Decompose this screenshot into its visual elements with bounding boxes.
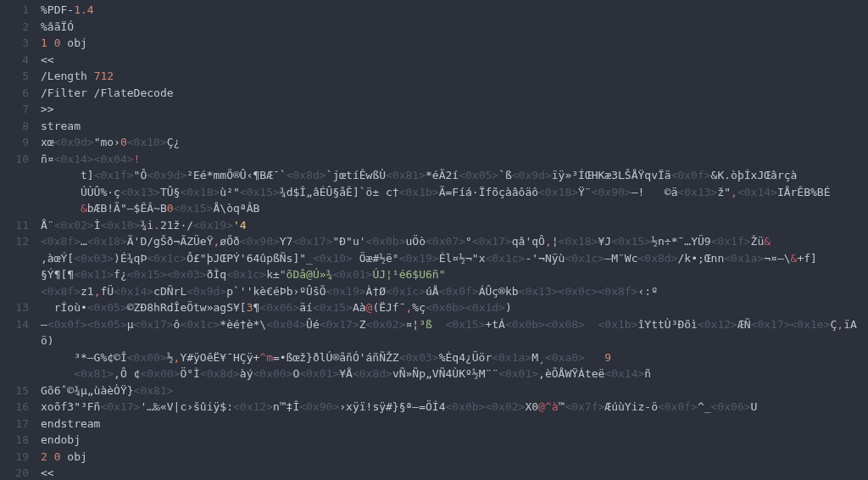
code-content[interactable]: %PDF-1.4 [41,2,868,19]
code-content[interactable]: <0x8f>…<0x18>Ã'D/gŠð¬ÃZÜeŸ,øÕð<0x90>Y7<0… [41,233,868,250]
code-content[interactable]: ³*—G%¢©Î<0x00>½,Y#ÿOêË¥¯HÇÿ+^m=•ßœž}ðlÚ®… [41,349,868,366]
token: <0x0f> [671,169,711,181]
token: ¾i [140,219,153,232]
code-line[interactable]: 16xoõf3"³Fñ<0x17>'…‰«V|c›šûiÿ$:<0x12>n™‡… [0,399,868,416]
code-content[interactable]: 2 0 obj [41,449,868,466]
code-line[interactable]: 14—<0x0f><0x05>µ<0x17>ô<0x1c>*èé†è*\<0x0… [0,316,868,349]
token: )É¾qÞ [114,252,147,265]
code-content[interactable]: endobj [41,432,868,449]
line-number: 1 [0,2,41,19]
code-content[interactable]: ÚÙÛ%·ç<0x13>TÛ§<0x18>ù²"<0x15>¾d$Î„âÉÛ§å… [41,184,868,201]
code-content[interactable]: xœ<0x9d>"mo›0<0x10>Ç¿ [41,134,868,151]
token: ¤¦ [406,318,420,331]
code-line[interactable]: 192 0 obj [0,449,868,466]
token: ÚÙÛ%·ç [41,186,120,198]
code-line-wrap[interactable]: §Ý¶[¶<0x11>f¿<0x15><0x03>ðÌq<0x1c>k±"õDå… [0,266,868,283]
code-content[interactable]: §Ý¶[¶<0x11>f¿<0x15><0x03>ðÌq<0x1c>k±"õDå… [41,266,868,283]
token: <0x0b><0x08> [505,318,585,331]
code-content[interactable]: Å¨<0x02>Ì<0x10>¾i.21ž·/<0x19>'4 [41,217,868,234]
code-line-wrap[interactable]: t]<0x1f>"Ô<0x9d>²Eé*mmÕ®Û‹¶BÆ¯`<0x8d>`jœ… [0,167,868,184]
token: <0x14> [604,367,644,380]
token: <0x8d> [353,367,392,380]
token: <0x81> [74,367,114,380]
code-content[interactable]: ,àœÝ[<0x03>)É¾qÞ<0x1c>Ô£"þJŒPÝ'64ûpßÑs]"… [41,250,868,267]
token: , [731,186,737,198]
token: <0x17> [134,318,174,331]
token: endobj [41,433,81,446]
line-number: 3 [0,35,41,52]
code-line[interactable]: 8stream [0,118,868,135]
token: , [545,235,552,248]
code-line[interactable]: 13 rÍoù•<0x05>©ZÐ8hRdÎeÖtw»agS¥[3¶<0x06>… [0,299,868,316]
token: vÑ»Ñp„VÑ4ÙKº½M¨¨ [392,367,498,380]
code-line[interactable]: 5/Length 712 [0,68,868,85]
code-line[interactable]: 11Å¨<0x02>Ì<0x10>¾i.21ž·/<0x19>'4 [0,217,868,234]
token: Ô£"þJŒPÝ'64ûpßÑs]"_ [186,252,313,265]
code-line[interactable]: 9xœ<0x9d>"mo›0<0x10>Ç¿ [0,134,868,151]
code-content[interactable]: << [41,465,868,480]
code-line[interactable]: 10ñ¤<0x14><0x04>! [0,151,868,168]
code-line[interactable]: 7>> [0,101,868,118]
code-line-wrap[interactable]: ³*—G%¢©Î<0x00>½,Y#ÿOêË¥¯HÇÿ+^m=•ßœž}ðlÚ®… [0,349,868,366]
code-line[interactable]: 31 0 obj [0,35,868,52]
token: — [41,318,47,331]
code-line-wrap[interactable]: &bÆB!Ã"—$ÊÂ~B0<0x15>Å\òqªÂB [0,200,868,217]
token: M¸ [531,351,545,364]
token: øÕð [220,235,239,248]
code-line[interactable]: 2%âãÏÓ [0,19,868,36]
code-line[interactable]: 6/Filter /FlateDecode [0,85,868,102]
token [585,318,598,331]
code-content[interactable]: /Filter /FlateDecode [41,85,868,102]
token: <0x02> [366,318,406,331]
code-editor[interactable]: 1%PDF-1.42%âãÏÓ31 0 obj4<<5/Length 7126/… [0,0,868,480]
code-content[interactable]: stream [41,118,868,135]
code-content[interactable]: 1 0 obj [41,35,868,52]
code-line-wrap[interactable]: <0x8f>z1,fÜ<0x14>cDÑrL<0x9d>p`''kè€éÞb›º… [0,283,868,300]
token: <0x01> [299,367,339,380]
token: 1 0 [41,36,60,49]
code-content[interactable]: xoõf3"³Fñ<0x17>'…‰«V|c›šûiÿ$:<0x12>n™‡Î<… [41,399,868,416]
code-content[interactable]: <0x81>,Ô ¢<0x00>Ö°Ì<0x8d>àý<0x00>O<0x01>… [41,366,868,382]
code-content[interactable]: endstream [41,416,868,433]
token: ÆÑ [737,318,751,331]
token: Y#ÿOêË¥¯HÇÿ+ [180,351,259,364]
token: <0x19> [193,219,233,232]
code-content[interactable]: rÍoù•<0x05>©ZÐ8hRdÎeÖtw»agS¥[3¶<0x06>äí<… [41,299,868,316]
line-number: 5 [0,68,41,85]
code-content[interactable]: << [41,52,868,69]
code-content[interactable]: /Length 712 [41,68,868,85]
code-content[interactable]: —<0x0f><0x05>µ<0x17>ô<0x1c>*èé†è*\<0x04>… [41,316,868,349]
code-content[interactable]: Gõ6ˆ©¾µ„ùàèÒŸ}<0x81> [41,382,868,399]
token: %PDF- [41,3,74,16]
token: ³ß [419,318,445,331]
code-line-wrap[interactable]: <0x81>,Ô ¢<0x00>Ö°Ì<0x8d>àý<0x00>O<0x01>… [0,366,868,382]
code-content[interactable]: <0x8f>z1,fÜ<0x14>cDÑrL<0x9d>p`''kè€éÞb›º… [41,283,868,300]
code-content[interactable]: %âãÏÓ [41,19,868,36]
code-line-wrap[interactable]: ,àœÝ[<0x03>)É¾qÞ<0x1c>Ô£"þJŒPÝ'64ûpßÑs]"… [0,250,868,267]
line-number: 15 [0,382,41,399]
code-line[interactable]: 18endobj [0,432,868,449]
code-line[interactable]: 1%PDF-1.4 [0,2,868,19]
code-content[interactable]: t]<0x1f>"Ô<0x9d>²Eé*mmÕ®Û‹¶BÆ¯`<0x8d>`jœ… [41,167,868,184]
token: <0x1a> [724,252,764,265]
token: `jœtíÊwßÙ [326,169,386,181]
code-line[interactable]: 4<< [0,52,868,69]
code-line[interactable]: 17endstream [0,416,868,433]
token: <0x00> [253,367,293,380]
code-line[interactable]: 12<0x8f>…<0x18>Ã'D/gŠð¬ÃZÜeŸ,øÕð<0x90>Y7… [0,233,868,250]
token: <0x1f> [711,235,751,248]
code-line-wrap[interactable]: ÚÙÛ%·ç<0x13>TÛ§<0x18>ù²"<0x15>¾d$Î„âÉÛ§å… [0,184,868,201]
token: ½ [167,351,174,364]
token: U [751,400,758,413]
token: <0x17><0x1e> [751,318,831,331]
token: t] [41,169,94,181]
code-content[interactable]: >> [41,101,868,118]
token: <0x13> [677,186,717,198]
token: <0x1a> [492,351,531,364]
code-content[interactable]: &bÆB!Ã"—$ÊÂ~B0<0x15>Å\òqªÂB [41,200,868,217]
code-line[interactable]: 15Gõ6ˆ©¾µ„ùàèÒŸ}<0x81> [0,382,868,399]
code-line[interactable]: 20<< [0,465,868,480]
token: <0x9d> [186,285,226,298]
token: <0x0f><0x05> [47,318,127,331]
code-content[interactable]: ñ¤<0x14><0x04>! [41,151,868,168]
